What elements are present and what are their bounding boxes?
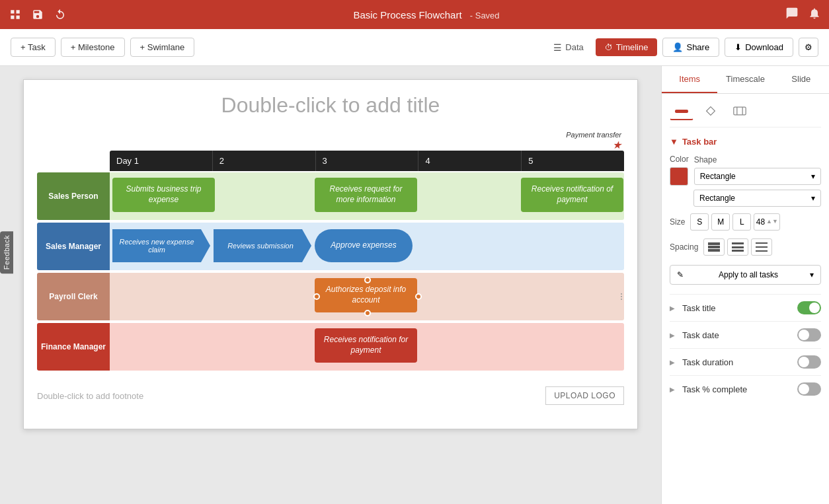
svg-marker-1	[707, 107, 715, 116]
saved-status: - Saved	[470, 11, 500, 20]
swimlane-sales-person-content: Submits business trip expense Receives r…	[110, 172, 624, 220]
payment-marker-area: Payment transfer ★	[110, 131, 624, 151]
shape-value: Rectangle	[700, 172, 736, 181]
spacing-medium-button[interactable]	[727, 238, 748, 256]
icon-tab-diamond[interactable]	[699, 102, 723, 120]
timeline-icon: ⏱	[605, 43, 613, 52]
apply-to-tasks-select[interactable]: ✎ Apply to all tasks ▾	[670, 265, 821, 285]
size-s-button[interactable]: S	[690, 213, 709, 231]
toolbar: + Task + Milestone + Swimlane ☰ Data ⏱ T…	[0, 29, 829, 66]
swimlane-finance-manager-label: Finance Manager	[37, 323, 110, 371]
timeline-day-4: 4	[418, 151, 522, 171]
icon-tab-bar[interactable]	[670, 102, 693, 120]
undo-icon[interactable]	[53, 7, 67, 22]
toggle-chevron-date: ▶	[670, 332, 675, 339]
spacing-label: Spacing	[670, 242, 698, 252]
shape-label: Shape	[694, 155, 821, 164]
task-bar-label: Task bar	[682, 137, 717, 147]
swimlane-payroll-clerk: Payroll Clerk Authorizes deposit info ac…	[37, 273, 624, 320]
view-toggle: ☰ Data ⏱ Timeline	[544, 38, 657, 57]
main-layout: Feedback Double-click to add title Payme…	[0, 66, 829, 504]
right-panel: Items Timescale Slide ▼ Task bar	[661, 66, 829, 504]
spacing-compact-button[interactable]	[703, 238, 725, 256]
task-receives-request[interactable]: Receives request for more information	[315, 178, 417, 212]
swimlane-sales-manager-label: Sales Manager	[37, 223, 110, 270]
size-number: 48 ▲▼	[754, 213, 780, 231]
upload-logo-button[interactable]: UPLOAD LOGO	[545, 386, 624, 405]
download-icon: ⬇	[734, 42, 742, 52]
settings-button[interactable]: ⚙	[799, 38, 818, 57]
comment-icon[interactable]	[785, 7, 799, 22]
task-bar-section-header[interactable]: ▼ Task bar	[670, 137, 821, 147]
shape-select[interactable]: Rectangle ▾	[694, 168, 821, 185]
tab-items[interactable]: Items	[662, 66, 717, 93]
swimlane-button[interactable]: + Swimlane	[130, 38, 195, 57]
toggle-chevron-title: ▶	[670, 305, 675, 312]
timeline-day-3: 3	[316, 151, 419, 171]
icon-tabs	[670, 102, 821, 127]
task-submits-expense[interactable]: Submits business trip expense	[112, 178, 215, 212]
task-receives-notification-finance[interactable]: Receives notification for payment	[315, 328, 417, 363]
swimlane-payroll-clerk-label: Payroll Clerk	[37, 273, 110, 320]
resize-handle[interactable]	[619, 273, 624, 320]
svg-rect-13	[756, 250, 768, 252]
timeline-view-button[interactable]: ⏱ Timeline	[596, 38, 658, 56]
color-swatch[interactable]	[670, 167, 688, 186]
tab-timescale[interactable]: Timescale	[717, 66, 773, 93]
gear-icon: ⚙	[805, 42, 812, 52]
task-complete-toggle[interactable]	[797, 382, 821, 396]
tab-slide[interactable]: Slide	[773, 66, 829, 93]
download-button[interactable]: ⬇ Download	[725, 38, 793, 57]
task-authorizes-deposit[interactable]: Authorizes deposit info account	[315, 278, 417, 312]
timeline-day-1: Day 1	[110, 151, 213, 171]
task-receives-notification-payment[interactable]: Receives notification of payment	[521, 178, 623, 212]
share-button[interactable]: 👤 Share	[662, 38, 719, 57]
swimlane-payroll-clerk-content: Authorizes deposit info account	[110, 273, 624, 320]
feedback-button[interactable]: Feedback	[0, 231, 13, 273]
slide-title[interactable]: Double-click to add title	[37, 93, 624, 118]
color-label: Color	[670, 155, 689, 164]
size-l-button[interactable]: L	[732, 213, 751, 231]
spacing-loose-button[interactable]	[751, 238, 772, 256]
task-receives-claim[interactable]: Receives new expense claim	[112, 229, 210, 262]
shape-select-display[interactable]: Rectangle ▾	[693, 190, 821, 207]
task-duration-label[interactable]: ▶ Task duration	[670, 357, 797, 367]
share-icon: 👤	[672, 42, 683, 52]
swimlane-sales-manager: Sales Manager Receives new expense claim…	[37, 223, 624, 270]
panel-body: ▼ Task bar Color Shape Rectangle ▾	[662, 94, 829, 504]
slide-footnote[interactable]: Double-click to add footnote	[37, 391, 143, 401]
task-date-toggle[interactable]	[797, 328, 821, 342]
save-icon[interactable]	[30, 7, 45, 22]
task-approve-expenses[interactable]: Approve expenses	[315, 229, 413, 262]
chevron-icon: ▾	[811, 194, 815, 203]
feedback-sidebar: Feedback	[0, 231, 13, 273]
slide-canvas: Double-click to add title Payment transf…	[23, 79, 638, 429]
task-title-toggle[interactable]	[797, 301, 821, 314]
task-duration-toggle[interactable]	[797, 355, 821, 369]
svg-rect-2	[734, 107, 746, 115]
shape-value-text: Rectangle ▾	[670, 190, 821, 207]
size-label: Size	[670, 217, 685, 227]
task-complete-label[interactable]: ▶ Task % complete	[670, 384, 797, 394]
task-button[interactable]: + Task	[11, 38, 56, 57]
toggle-row-task-complete: ▶ Task % complete	[670, 375, 821, 402]
icon-tab-milestone[interactable]	[728, 102, 752, 120]
task-reviews-submission[interactable]: Reviews submission	[214, 229, 311, 262]
data-view-button[interactable]: ☰ Data	[544, 38, 592, 57]
payment-marker: Payment transfer ★	[566, 131, 621, 151]
task-title-label[interactable]: ▶ Task title	[670, 303, 797, 313]
bell-icon[interactable]	[808, 7, 821, 22]
milestone-button[interactable]: + Milestone	[61, 38, 125, 57]
color-shape-row: Color Shape Rectangle ▾	[670, 155, 821, 186]
svg-rect-8	[732, 242, 744, 244]
swimlane-sales-person: Sales Person Submits business trip expen…	[37, 172, 624, 220]
size-arrows: ▲▼	[766, 219, 778, 224]
size-m-button[interactable]: M	[711, 213, 730, 231]
grid-icon[interactable]	[8, 7, 22, 22]
svg-rect-6	[708, 246, 720, 248]
toggle-row-task-duration: ▶ Task duration	[670, 348, 821, 375]
task-date-label[interactable]: ▶ Task date	[670, 330, 797, 340]
topbar: Basic Process Flowchart - Saved	[0, 0, 829, 29]
size-row: Size S M L 48 ▲▼	[670, 213, 821, 231]
svg-rect-0	[675, 110, 688, 113]
